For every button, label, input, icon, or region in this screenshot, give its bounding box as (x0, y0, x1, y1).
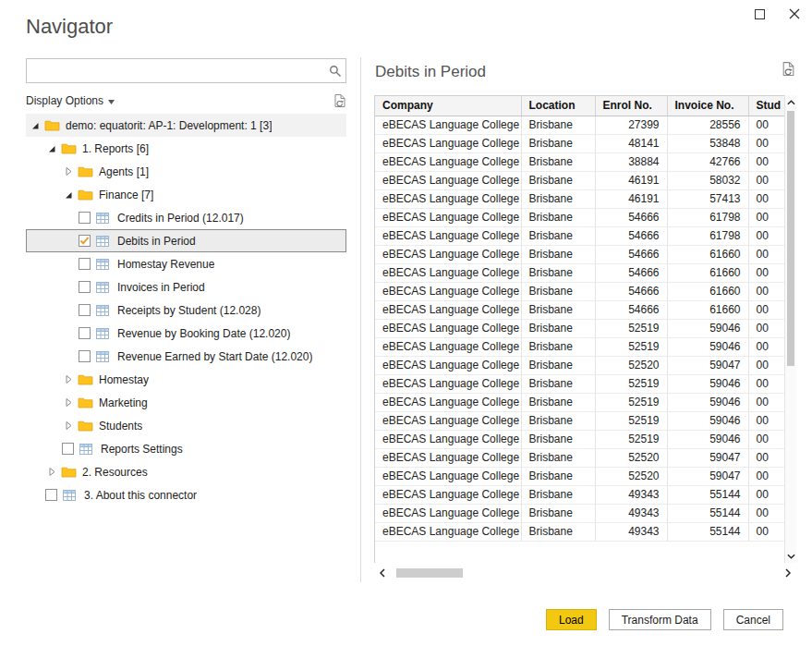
tree-item-agents-1[interactable]: Agents [1] (26, 160, 346, 183)
tree-item-finance-7[interactable]: Finance [7] (26, 183, 346, 206)
search-box (26, 58, 346, 83)
table-icon (96, 351, 112, 362)
tree-item-label: Invoices in Period (117, 281, 205, 294)
tree-item-demo-equatorit-ap-1-development-1-3[interactable]: demo: equatorit: AP-1: Development: 1 [3… (26, 114, 346, 137)
preview-refresh-icon[interactable] (782, 61, 795, 80)
vertical-scroll-thumb[interactable] (787, 111, 794, 366)
table-cell: 00 (748, 116, 785, 134)
table-cell: eBECAS Language College (375, 263, 521, 282)
checkbox[interactable] (62, 443, 74, 455)
load-button[interactable]: Load (546, 609, 597, 630)
table-cell: 54666 (595, 226, 667, 245)
scroll-up-icon[interactable] (785, 95, 796, 109)
table-cell: 00 (748, 448, 785, 467)
table-icon (96, 259, 112, 270)
tree-item-label: Finance [7] (99, 189, 153, 201)
preview-data-table: CompanyLocationEnrol No.Invoice No.Stud … (375, 96, 785, 542)
table-cell: 49343 (595, 485, 667, 504)
tree-item-revenue-earned-by-start-date-12-020[interactable]: Revenue Earned by Start Date (12.020) (26, 345, 346, 368)
window-controls (752, 6, 802, 21)
search-input[interactable] (27, 59, 325, 82)
column-header: Enrol No. (595, 96, 667, 116)
table-cell: Brisbane (521, 245, 595, 263)
table-cell: eBECAS Language College (375, 134, 521, 152)
table-cell: 59046 (667, 337, 748, 356)
horizontal-scroll-track[interactable] (391, 568, 780, 578)
tree-item-debits-in-period[interactable]: Debits in Period (26, 229, 346, 252)
scroll-down-icon[interactable] (785, 549, 796, 563)
expand-icon[interactable] (62, 374, 75, 384)
tree-item-students[interactable]: Students (26, 414, 346, 437)
table-row: eBECAS Language CollegeBrisbane525195904… (375, 411, 785, 430)
tree-item-credits-in-period-12-017[interactable]: Credits in Period (12.017) (26, 206, 346, 229)
table-cell: eBECAS Language College (375, 282, 521, 300)
tree-item-homestay[interactable]: Homestay (26, 368, 346, 391)
table-cell: 54666 (595, 208, 667, 226)
table-cell: 49343 (595, 522, 667, 541)
checkbox[interactable] (79, 327, 91, 339)
tree-item-2-resources[interactable]: 2. Resources (26, 460, 346, 483)
table-cell: 52520 (595, 467, 667, 485)
vertical-scroll-track[interactable] (785, 109, 796, 549)
collapse-icon[interactable] (45, 144, 58, 153)
tree-item-revenue-by-booking-date-12-020[interactable]: Revenue by Booking Date (12.020) (26, 322, 346, 345)
table-cell: 27399 (595, 116, 667, 134)
table-cell: eBECAS Language College (375, 485, 521, 504)
table-cell: Brisbane (521, 134, 595, 152)
expand-icon[interactable] (62, 166, 75, 177)
table-row: eBECAS Language CollegeBrisbane546666179… (375, 208, 785, 226)
table-cell: 54666 (595, 282, 667, 300)
table-icon (79, 444, 95, 455)
scroll-right-icon[interactable] (780, 565, 796, 581)
collapse-icon[interactable] (29, 121, 42, 130)
tree-item-receipts-by-student-12-028[interactable]: Receipts by Student (12.028) (26, 299, 346, 322)
checkbox[interactable] (79, 350, 91, 362)
maximize-icon[interactable] (752, 6, 767, 21)
checkbox[interactable] (45, 489, 57, 501)
tree-item-homestay-revenue[interactable]: Homestay Revenue (26, 252, 346, 275)
table-icon (96, 236, 112, 247)
table-cell: Brisbane (521, 430, 595, 448)
cancel-button[interactable]: Cancel (723, 609, 783, 630)
display-options-dropdown[interactable]: Display Options (26, 94, 115, 107)
table-cell: 00 (748, 522, 785, 541)
tree-item-3-about-this-connector[interactable]: 3. About this connector (26, 483, 346, 506)
table-cell: 52519 (595, 337, 667, 356)
table-cell: 38884 (595, 152, 667, 171)
table-row: eBECAS Language CollegeBrisbane493435514… (375, 522, 785, 541)
tree-item-label: Students (99, 420, 142, 433)
collapse-icon[interactable] (62, 190, 75, 200)
expand-icon[interactable] (62, 397, 75, 408)
table-cell: 42766 (667, 152, 748, 171)
horizontal-scroll-thumb[interactable] (396, 568, 463, 578)
preview-title: Debits in Period (375, 63, 486, 81)
table-cell: Brisbane (521, 337, 595, 356)
expand-icon[interactable] (45, 467, 58, 477)
refresh-icon[interactable] (333, 93, 346, 108)
table-cell: 61660 (667, 282, 748, 300)
table-cell: 61798 (667, 208, 748, 226)
table-row: eBECAS Language CollegeBrisbane525195904… (375, 337, 785, 356)
checkbox[interactable] (79, 258, 91, 270)
tree-item-label: Homestay Revenue (117, 258, 214, 271)
table-cell: 00 (748, 504, 785, 522)
expand-icon[interactable] (62, 421, 75, 431)
search-icon[interactable] (325, 65, 345, 78)
close-icon[interactable] (787, 6, 802, 21)
checkbox[interactable] (79, 304, 91, 316)
table-row: eBECAS Language CollegeBrisbane525195904… (375, 393, 785, 411)
checkbox[interactable] (79, 212, 91, 224)
table-row: eBECAS Language CollegeBrisbane546666166… (375, 300, 785, 319)
tree-item-marketing[interactable]: Marketing (26, 391, 346, 414)
tree-item-1-reports-6[interactable]: 1. Reports [6] (26, 137, 346, 160)
tree-item-invoices-in-period[interactable]: Invoices in Period (26, 275, 346, 299)
checkbox-checked[interactable] (79, 235, 91, 247)
scroll-left-icon[interactable] (374, 565, 391, 581)
vertical-scrollbar[interactable] (784, 95, 796, 563)
tree-item-reports-settings[interactable]: Reports Settings (26, 437, 346, 460)
horizontal-scrollbar[interactable] (374, 565, 796, 581)
checkbox[interactable] (79, 281, 91, 293)
table-cell: 61660 (667, 245, 748, 263)
table-cell: 52519 (595, 374, 667, 393)
transform-data-button[interactable]: Transform Data (609, 609, 711, 630)
